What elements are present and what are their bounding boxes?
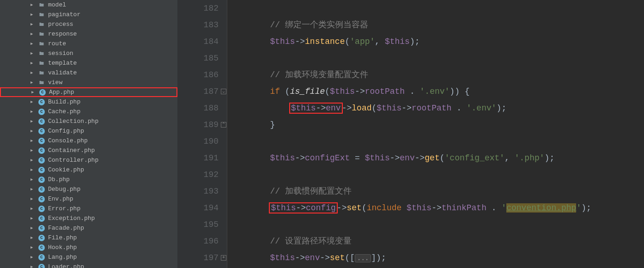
fold-top-icon[interactable]: ⌄ bbox=[221, 89, 226, 94]
line-number[interactable]: 194 bbox=[177, 200, 219, 216]
tree-item-process[interactable]: ▶process bbox=[0, 19, 177, 29]
tree-item-console-php[interactable]: ▶CConsole.php bbox=[0, 136, 177, 146]
code-line[interactable] bbox=[230, 216, 644, 233]
tree-item-validate[interactable]: ▶validate bbox=[0, 68, 177, 78]
expand-arrow-icon[interactable]: ▶ bbox=[30, 119, 35, 124]
tree-item-exception-php[interactable]: ▶CException.php bbox=[0, 213, 177, 223]
expand-arrow-icon[interactable]: ▶ bbox=[30, 264, 35, 268]
line-number[interactable]: 189 bbox=[177, 116, 219, 133]
expand-arrow-icon[interactable]: ▶ bbox=[30, 109, 35, 114]
code-line[interactable] bbox=[230, 50, 644, 67]
tree-item-cookie-php[interactable]: ▶CCookie.php bbox=[0, 165, 177, 175]
tree-item-paginator[interactable]: ▶paginator bbox=[0, 10, 177, 19]
expand-arrow-icon[interactable]: ▶ bbox=[30, 80, 35, 85]
tree-item-hook-php[interactable]: ▶CHook.php bbox=[0, 243, 177, 252]
tree-item-build-php[interactable]: ▶CBuild.php bbox=[0, 97, 177, 107]
folded-code-placeholder[interactable]: ... bbox=[355, 254, 371, 262]
line-number[interactable]: 186 bbox=[177, 67, 219, 83]
line-number[interactable]: 191 bbox=[177, 150, 219, 166]
code-line[interactable]: } bbox=[230, 116, 644, 133]
expand-arrow-icon[interactable]: ▶ bbox=[30, 206, 35, 211]
expand-arrow-icon[interactable]: ▶ bbox=[30, 51, 35, 56]
code-editor[interactable]: 1821831841851861871881891901911921931941… bbox=[177, 0, 644, 268]
expand-arrow-icon[interactable]: ▶ bbox=[30, 255, 35, 260]
code-line[interactable]: // 加载惯例配置文件 bbox=[230, 183, 644, 200]
tree-item-view[interactable]: ▶view bbox=[0, 78, 177, 87]
expand-arrow-icon[interactable]: ▶ bbox=[30, 177, 35, 182]
expand-arrow-icon[interactable]: ▶ bbox=[30, 216, 35, 221]
code-line[interactable]: $this->env->load($this->rootPath . '.env… bbox=[230, 100, 644, 116]
expand-arrow-icon[interactable]: ▶ bbox=[30, 167, 35, 172]
expand-arrow-icon[interactable]: ▶ bbox=[30, 138, 35, 143]
line-number[interactable]: 192 bbox=[177, 166, 219, 183]
tree-item-loader-php[interactable]: ▶CLoader.php bbox=[0, 262, 177, 268]
expand-arrow-icon[interactable]: ▶ bbox=[30, 2, 35, 7]
tree-item-model[interactable]: ▶model bbox=[0, 0, 177, 10]
tree-item-lang-php[interactable]: ▶CLang.php bbox=[0, 252, 177, 262]
tree-item-env-php[interactable]: ▶CEnv.php bbox=[0, 194, 177, 204]
code-line[interactable]: $this->configExt = $this->env->get('conf… bbox=[230, 150, 644, 166]
expand-arrow-icon[interactable]: ▶ bbox=[30, 128, 35, 134]
tree-item-container-php[interactable]: ▶CContainer.php bbox=[0, 146, 177, 155]
tree-item-template[interactable]: ▶template bbox=[0, 58, 177, 68]
line-number[interactable]: 183 bbox=[177, 17, 219, 33]
tree-item-collection-php[interactable]: ▶CCollection.php bbox=[0, 116, 177, 126]
line-number[interactable]: 190 bbox=[177, 133, 219, 150]
tree-item-response[interactable]: ▶response bbox=[0, 29, 177, 39]
line-number[interactable]: 195 bbox=[177, 216, 219, 233]
fold-plus-icon[interactable]: + bbox=[221, 255, 226, 261]
code-line[interactable]: // 绑定一个类实例当容器 bbox=[230, 17, 644, 33]
tree-item-file-php[interactable]: ▶CFile.php bbox=[0, 233, 177, 243]
code-line[interactable]: $this->env->set([...]); bbox=[230, 250, 644, 266]
line-number[interactable]: 196 bbox=[177, 233, 219, 250]
tree-item-error-php[interactable]: ▶CError.php bbox=[0, 204, 177, 213]
code-line[interactable]: // 加载环境变量配置文件 bbox=[230, 67, 644, 83]
tree-item-controller-php[interactable]: ▶CController.php bbox=[0, 155, 177, 165]
expand-arrow-icon[interactable]: ▶ bbox=[30, 31, 35, 37]
expand-arrow-icon[interactable]: ▶ bbox=[30, 158, 35, 163]
tree-item-debug-php[interactable]: ▶CDebug.php bbox=[0, 184, 177, 194]
code-token: ); bbox=[581, 203, 591, 213]
tree-item-facade-php[interactable]: ▶CFacade.php bbox=[0, 223, 177, 233]
tree-item-db-php[interactable]: ▶CDb.php bbox=[0, 175, 177, 184]
code-line[interactable] bbox=[230, 133, 644, 150]
code-line[interactable] bbox=[230, 0, 644, 17]
line-number[interactable]: 193 bbox=[177, 183, 219, 200]
expand-arrow-icon[interactable]: ▶ bbox=[30, 61, 35, 66]
line-number-gutter[interactable]: 1821831841851861871881891901911921931941… bbox=[177, 0, 227, 268]
line-number[interactable]: 182 bbox=[177, 0, 219, 17]
tree-item-label: App.php bbox=[49, 89, 74, 96]
expand-arrow-icon[interactable]: ▶ bbox=[31, 90, 36, 95]
code-area[interactable]: // 绑定一个类实例当容器 $this->instance('app', $th… bbox=[227, 0, 644, 268]
code-line[interactable]: $this->instance('app', $this); bbox=[230, 33, 644, 50]
expand-arrow-icon[interactable]: ▶ bbox=[30, 225, 35, 231]
fold-bottom-icon[interactable]: ⌃ bbox=[221, 122, 226, 128]
expand-arrow-icon[interactable]: ▶ bbox=[30, 41, 35, 46]
expand-arrow-icon[interactable]: ▶ bbox=[30, 12, 35, 17]
tree-item-config-php[interactable]: ▶CConfig.php bbox=[0, 126, 177, 136]
expand-arrow-icon[interactable]: ▶ bbox=[30, 187, 35, 192]
code-line[interactable] bbox=[230, 166, 644, 183]
expand-arrow-icon[interactable]: ▶ bbox=[30, 70, 35, 75]
code-line[interactable]: // 设置路径环境变量 bbox=[230, 233, 644, 250]
tree-item-cache-php[interactable]: ▶CCache.php bbox=[0, 107, 177, 116]
line-number[interactable]: 185 bbox=[177, 50, 219, 67]
line-number[interactable]: 188 bbox=[177, 100, 219, 116]
expand-arrow-icon[interactable]: ▶ bbox=[30, 245, 35, 250]
expand-arrow-icon[interactable]: ▶ bbox=[30, 196, 35, 201]
expand-arrow-icon[interactable]: ▶ bbox=[30, 99, 35, 104]
code-line[interactable]: $this->config->set(include $this->thinkP… bbox=[230, 200, 644, 216]
code-token: is_file bbox=[290, 87, 325, 96]
line-number[interactable]: 187 bbox=[177, 83, 219, 100]
expand-arrow-icon[interactable]: ▶ bbox=[30, 148, 35, 153]
tree-item-label: Lang.php bbox=[48, 254, 77, 261]
line-number[interactable]: 197 bbox=[177, 250, 219, 266]
tree-item-app-php[interactable]: ▶CApp.php bbox=[0, 87, 177, 97]
project-tree-sidebar[interactable]: ▶model▶paginator▶process▶response▶route▶… bbox=[0, 0, 177, 268]
code-line[interactable]: if (is_file($this->rootPath . '.env')) { bbox=[230, 83, 644, 100]
line-number[interactable]: 184 bbox=[177, 33, 219, 50]
expand-arrow-icon[interactable]: ▶ bbox=[30, 235, 35, 240]
tree-item-session[interactable]: ▶session bbox=[0, 49, 177, 58]
tree-item-route[interactable]: ▶route bbox=[0, 39, 177, 49]
expand-arrow-icon[interactable]: ▶ bbox=[30, 22, 35, 27]
